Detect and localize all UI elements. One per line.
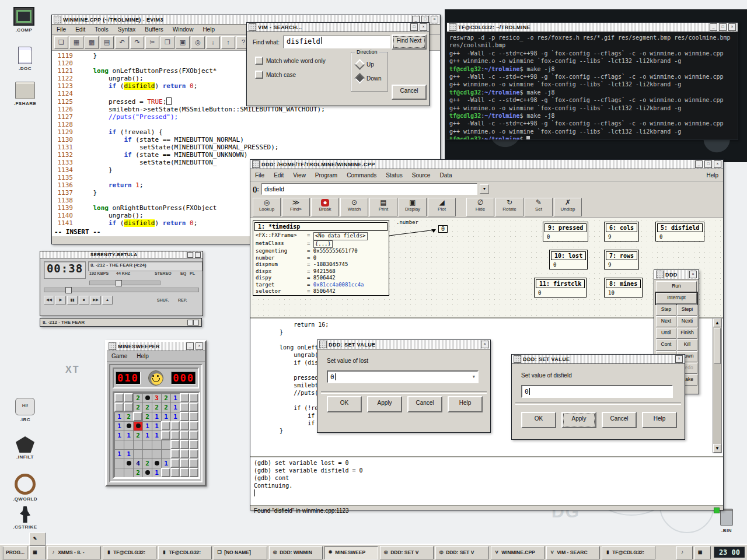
mine-cell[interactable]: [142, 393, 152, 402]
mine-cell[interactable]: 2: [133, 402, 142, 412]
ddd-menu-source[interactable]: Source: [407, 170, 435, 180]
search-input[interactable]: disfield: [283, 36, 390, 48]
mine-cell[interactable]: [142, 468, 152, 477]
mine-cell[interactable]: 1: [161, 459, 170, 468]
find-next-icon[interactable]: ↓: [206, 36, 220, 49]
display-cols[interactable]: 6: cols9: [604, 222, 639, 242]
mine-cell[interactable]: [133, 440, 142, 449]
close-icon[interactable]: [193, 320, 199, 326]
cmdtool-titlebar[interactable]: DDD ×: [654, 270, 699, 279]
vim-menu-file[interactable]: File: [52, 24, 71, 34]
arg-dropdown-icon[interactable]: ▼: [480, 184, 489, 194]
find-next-button[interactable]: Find Next: [392, 34, 427, 50]
vim-menu-edit[interactable]: Edit: [71, 24, 90, 34]
input-dropdown-icon[interactable]: ▼: [473, 374, 475, 379]
search-titlebar[interactable]: VIM - SEARCH... □ ×: [247, 23, 429, 32]
task-button-vimsearc[interactable]: VVIM - SEARC: [546, 546, 600, 559]
mine-cell[interactable]: 2: [142, 459, 152, 468]
close-icon[interactable]: ×: [689, 271, 697, 278]
mine-cell[interactable]: [133, 412, 142, 421]
apply-button[interactable]: Apply: [561, 412, 596, 428]
mine-cell[interactable]: [180, 468, 189, 477]
scroll-up-icon[interactable]: ▲: [713, 318, 721, 327]
display-number-value[interactable]: 0: [438, 225, 448, 233]
next-button[interactable]: ▶▶: [90, 296, 101, 304]
mine-cell[interactable]: [124, 421, 133, 430]
mine-cell[interactable]: [114, 440, 124, 449]
mine-cell[interactable]: 1: [124, 430, 133, 440]
mine-cell[interactable]: [170, 430, 180, 440]
print-icon[interactable]: ▤: [100, 36, 114, 49]
mine-cell[interactable]: 1: [124, 449, 133, 459]
ddd-tool-plot[interactable]: ◢Plot: [428, 198, 456, 216]
mine-cell[interactable]: [161, 421, 170, 430]
ddd-menu-view[interactable]: View: [288, 170, 310, 180]
mine-cell[interactable]: [189, 449, 198, 459]
task-button-winminecpp[interactable]: VWINMINE.CPP: [491, 546, 544, 559]
ddd-argument-field[interactable]: disfield: [261, 183, 477, 195]
mine-cell[interactable]: 1: [170, 402, 180, 412]
mine-cell[interactable]: [114, 402, 124, 412]
display-struct-timedisp[interactable]: 1: *timedisp<FX::FXFrame>= <No data fiel…: [253, 220, 389, 296]
display-tray-icon[interactable]: ▦: [694, 546, 711, 559]
mine-cell[interactable]: [189, 459, 198, 468]
mine-cell[interactable]: [170, 468, 180, 477]
mine-cell[interactable]: [189, 440, 198, 449]
close-icon[interactable]: ×: [420, 23, 427, 31]
cancel-button[interactable]: Cancel: [407, 396, 442, 412]
mine-cell[interactable]: 1: [170, 393, 180, 402]
xmms-playlist-shade[interactable]: 8. -212 - THE FEAR: [40, 318, 202, 327]
find-prev-icon[interactable]: ↑: [221, 36, 235, 49]
find-icon[interactable]: ◎: [191, 36, 205, 49]
window-menu-icon[interactable]: [109, 342, 116, 350]
display-firstclk[interactable]: 11: firstclk0: [534, 278, 587, 298]
mine-cell[interactable]: 1: [142, 430, 152, 440]
task-button-xmms8[interactable]: ♪XMMS - 8. -: [47, 546, 101, 559]
eject-button[interactable]: ▲: [102, 296, 113, 304]
task-button-tfcdlg32[interactable]: ▮TF@CDLG32:: [103, 546, 156, 559]
pause-button[interactable]: ▮▮: [67, 296, 78, 304]
mine-cell[interactable]: 1: [152, 421, 161, 430]
cmdtool-until-button[interactable]: Until: [656, 328, 676, 339]
mine-cell[interactable]: [189, 402, 198, 412]
ddd-titlebar[interactable]: DDD: /HOME/TF/TROLMINE/WINMINE.CPP _ □ ×: [250, 160, 723, 169]
undo-icon[interactable]: ↶: [115, 36, 129, 49]
vim-menu-syntax[interactable]: Syntax: [113, 24, 141, 34]
task-button-minesweep[interactable]: ✹MINESWEEP: [324, 546, 378, 559]
display-lost[interactable]: 10: lost0: [549, 250, 588, 270]
window-menu-icon[interactable]: [249, 23, 256, 31]
mine-cell[interactable]: [170, 421, 180, 430]
mine-cell[interactable]: [180, 421, 189, 430]
xmms-time-display[interactable]: 00:38: [44, 261, 86, 279]
source-scrollbar[interactable]: ▲ ▼: [713, 318, 722, 453]
mine-cell[interactable]: 1: [152, 430, 161, 440]
ddd-tool-watch[interactable]: ⊙Watch: [340, 198, 368, 216]
cmdtool-kill-button[interactable]: Kill: [677, 340, 697, 351]
match-case-checkbox[interactable]: Match case: [255, 71, 296, 79]
window-menu-icon[interactable]: [54, 16, 61, 23]
desktop-icon-cstrike[interactable]: .CSTRIKE: [6, 506, 44, 530]
vim-menu-window[interactable]: Window: [168, 24, 198, 34]
ddd-menu-help[interactable]: Help: [701, 170, 723, 180]
minesweeper-menu-game[interactable]: Game: [107, 351, 132, 361]
window-menu-icon[interactable]: [252, 160, 260, 168]
edit-icon[interactable]: ✎: [29, 533, 46, 546]
volume-tray-icon[interactable]: ♪: [676, 546, 693, 559]
help-button[interactable]: Help: [448, 396, 483, 412]
ddd-tool-print[interactable]: ▤Print: [369, 198, 397, 216]
display-mines[interactable]: 8: mines10: [604, 278, 643, 298]
mine-cell[interactable]: 1: [114, 430, 124, 440]
value-input[interactable]: 0 ▼: [327, 370, 479, 383]
cmdtool-interrupt-button[interactable]: Interrupt: [656, 293, 697, 304]
task-button-dddsetv[interactable]: ◎DDD: SET V: [435, 546, 489, 559]
ddd-menu-file[interactable]: File: [250, 170, 269, 180]
close-icon[interactable]: ×: [481, 341, 488, 348]
mine-cell[interactable]: [189, 421, 198, 430]
mine-cell[interactable]: [189, 468, 198, 477]
mine-cell[interactable]: [189, 393, 198, 402]
xmms-eq-toggle[interactable]: EQ: [180, 271, 186, 275]
ddd-data-canvas[interactable]: 1: *timedisp<FX::FXFrame>= <No data fiel…: [250, 218, 723, 318]
ddd-menu-program[interactable]: Program: [310, 170, 342, 180]
cmdtool-next-button[interactable]: Next: [656, 316, 676, 327]
cmdtool-stepi-button[interactable]: Stepi: [677, 304, 697, 316]
